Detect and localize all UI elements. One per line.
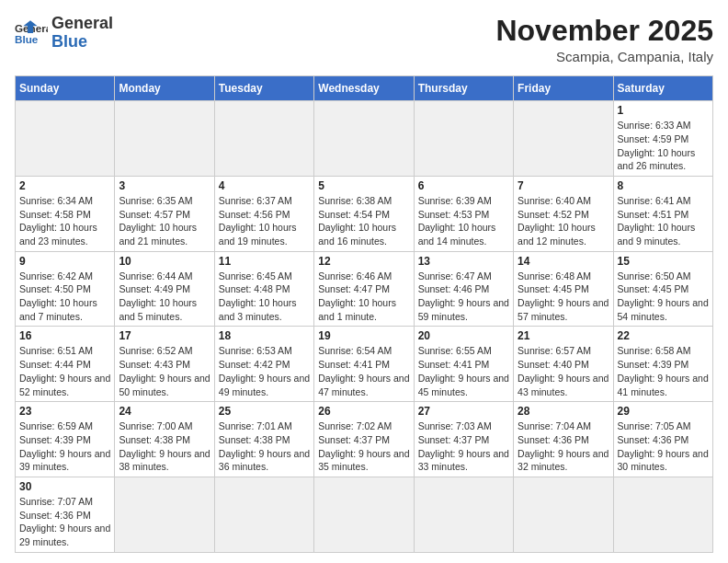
calendar-cell [115, 101, 214, 177]
calendar-week-row: 23Sunrise: 6:59 AMSunset: 4:39 PMDayligh… [16, 402, 713, 477]
calendar-week-row: 30Sunrise: 7:07 AMSunset: 4:36 PMDayligh… [16, 477, 713, 552]
svg-text:Blue: Blue [15, 33, 39, 45]
day-info: Sunrise: 7:01 AMSunset: 4:38 PMDaylight:… [219, 419, 310, 474]
calendar-cell: 6Sunrise: 6:39 AMSunset: 4:53 PMDaylight… [414, 176, 513, 251]
day-info: Sunrise: 6:34 AMSunset: 4:58 PMDaylight:… [19, 194, 110, 248]
calendar-cell [514, 101, 613, 177]
calendar-cell: 18Sunrise: 6:53 AMSunset: 4:42 PMDayligh… [214, 327, 313, 402]
day-number: 30 [19, 480, 110, 493]
calendar-cell [214, 101, 313, 177]
day-info: Sunrise: 7:05 AMSunset: 4:36 PMDaylight:… [618, 419, 709, 474]
calendar-cell: 26Sunrise: 7:02 AMSunset: 4:37 PMDayligh… [314, 402, 414, 477]
day-number: 24 [119, 405, 210, 418]
day-info: Sunrise: 6:59 AMSunset: 4:39 PMDaylight:… [19, 419, 110, 474]
day-info: Sunrise: 6:50 AMSunset: 4:45 PMDaylight:… [618, 270, 709, 324]
day-info: Sunrise: 6:35 AMSunset: 4:57 PMDaylight:… [119, 194, 210, 248]
calendar-week-row: 2Sunrise: 6:34 AMSunset: 4:58 PMDaylight… [16, 176, 713, 251]
calendar-cell: 24Sunrise: 7:00 AMSunset: 4:38 PMDayligh… [115, 402, 214, 477]
calendar-cell: 10Sunrise: 6:44 AMSunset: 4:49 PMDayligh… [115, 251, 214, 327]
calendar-cell [16, 101, 115, 177]
day-number: 12 [318, 255, 409, 268]
day-info: Sunrise: 6:41 AMSunset: 4:51 PMDaylight:… [618, 194, 709, 248]
calendar-cell: 4Sunrise: 6:37 AMSunset: 4:56 PMDaylight… [214, 176, 313, 251]
day-number: 11 [219, 255, 310, 268]
calendar-week-row: 16Sunrise: 6:51 AMSunset: 4:44 PMDayligh… [16, 327, 713, 402]
calendar-cell: 3Sunrise: 6:35 AMSunset: 4:57 PMDaylight… [115, 176, 214, 251]
month-title: November 2025 [495, 15, 713, 47]
weekday-header: Tuesday [214, 76, 313, 101]
day-number: 23 [19, 405, 110, 418]
calendar-cell: 27Sunrise: 7:03 AMSunset: 4:37 PMDayligh… [414, 402, 513, 477]
calendar-cell: 11Sunrise: 6:45 AMSunset: 4:48 PMDayligh… [214, 251, 313, 327]
calendar-week-row: 1Sunrise: 6:33 AMSunset: 4:59 PMDaylight… [16, 101, 713, 177]
calendar-cell: 15Sunrise: 6:50 AMSunset: 4:45 PMDayligh… [613, 251, 712, 327]
location-title: Scampia, Campania, Italy [495, 49, 713, 64]
calendar-cell: 16Sunrise: 6:51 AMSunset: 4:44 PMDayligh… [16, 327, 115, 402]
day-number: 26 [318, 405, 409, 418]
day-info: Sunrise: 6:54 AMSunset: 4:41 PMDaylight:… [318, 344, 409, 398]
day-number: 25 [219, 405, 310, 418]
day-info: Sunrise: 6:51 AMSunset: 4:44 PMDaylight:… [19, 344, 110, 398]
calendar-cell: 25Sunrise: 7:01 AMSunset: 4:38 PMDayligh… [214, 402, 313, 477]
day-number: 3 [119, 179, 210, 192]
calendar-cell [414, 101, 513, 177]
day-info: Sunrise: 6:46 AMSunset: 4:47 PMDaylight:… [318, 270, 409, 324]
day-info: Sunrise: 6:48 AMSunset: 4:45 PMDaylight:… [518, 270, 609, 324]
day-number: 22 [618, 329, 709, 342]
title-section: November 2025 Scampia, Campania, Italy [495, 15, 713, 64]
calendar-cell: 8Sunrise: 6:41 AMSunset: 4:51 PMDaylight… [613, 176, 712, 251]
day-info: Sunrise: 7:02 AMSunset: 4:37 PMDaylight:… [318, 419, 409, 474]
calendar-table: SundayMondayTuesdayWednesdayThursdayFrid… [15, 75, 713, 553]
day-number: 18 [219, 329, 310, 342]
day-info: Sunrise: 7:00 AMSunset: 4:38 PMDaylight:… [119, 419, 210, 474]
weekday-header: Sunday [16, 76, 115, 101]
weekday-header: Monday [115, 76, 214, 101]
weekday-header: Wednesday [314, 76, 414, 101]
calendar-cell: 17Sunrise: 6:52 AMSunset: 4:43 PMDayligh… [115, 327, 214, 402]
calendar-cell: 20Sunrise: 6:55 AMSunset: 4:41 PMDayligh… [414, 327, 513, 402]
calendar-cell: 1Sunrise: 6:33 AMSunset: 4:59 PMDaylight… [613, 101, 712, 177]
calendar-cell [214, 477, 313, 552]
day-info: Sunrise: 6:45 AMSunset: 4:48 PMDaylight:… [219, 270, 310, 324]
day-info: Sunrise: 6:37 AMSunset: 4:56 PMDaylight:… [219, 194, 310, 248]
calendar-cell: 14Sunrise: 6:48 AMSunset: 4:45 PMDayligh… [514, 251, 613, 327]
day-info: Sunrise: 6:33 AMSunset: 4:59 PMDaylight:… [618, 119, 709, 173]
day-info: Sunrise: 6:55 AMSunset: 4:41 PMDaylight:… [418, 344, 509, 398]
day-info: Sunrise: 6:57 AMSunset: 4:40 PMDaylight:… [518, 344, 609, 398]
day-number: 9 [19, 255, 110, 268]
calendar-cell [314, 101, 414, 177]
day-number: 7 [518, 179, 609, 192]
day-number: 15 [618, 255, 709, 268]
weekday-header: Saturday [613, 76, 712, 101]
calendar-cell [314, 477, 414, 552]
weekday-header: Thursday [414, 76, 513, 101]
calendar-cell: 23Sunrise: 6:59 AMSunset: 4:39 PMDayligh… [16, 402, 115, 477]
day-number: 27 [418, 405, 509, 418]
day-number: 2 [19, 179, 110, 192]
day-number: 5 [318, 179, 409, 192]
day-info: Sunrise: 6:38 AMSunset: 4:54 PMDaylight:… [318, 194, 409, 248]
day-number: 16 [19, 329, 110, 342]
day-info: Sunrise: 6:44 AMSunset: 4:49 PMDaylight:… [119, 270, 210, 324]
day-info: Sunrise: 6:42 AMSunset: 4:50 PMDaylight:… [19, 270, 110, 324]
day-info: Sunrise: 6:40 AMSunset: 4:52 PMDaylight:… [518, 194, 609, 248]
day-info: Sunrise: 6:39 AMSunset: 4:53 PMDaylight:… [418, 194, 509, 248]
day-number: 8 [618, 179, 709, 192]
day-info: Sunrise: 6:52 AMSunset: 4:43 PMDaylight:… [119, 344, 210, 398]
day-number: 6 [418, 179, 509, 192]
weekday-header-row: SundayMondayTuesdayWednesdayThursdayFrid… [16, 76, 713, 101]
calendar-cell: 7Sunrise: 6:40 AMSunset: 4:52 PMDaylight… [514, 176, 613, 251]
day-number: 4 [219, 179, 310, 192]
calendar-cell [115, 477, 214, 552]
day-info: Sunrise: 7:03 AMSunset: 4:37 PMDaylight:… [418, 419, 509, 474]
calendar-cell: 12Sunrise: 6:46 AMSunset: 4:47 PMDayligh… [314, 251, 414, 327]
day-info: Sunrise: 7:07 AMSunset: 4:36 PMDaylight:… [19, 495, 110, 549]
day-number: 14 [518, 255, 609, 268]
calendar-week-row: 9Sunrise: 6:42 AMSunset: 4:50 PMDaylight… [16, 251, 713, 327]
day-number: 10 [119, 255, 210, 268]
day-number: 19 [318, 329, 409, 342]
calendar-cell: 19Sunrise: 6:54 AMSunset: 4:41 PMDayligh… [314, 327, 414, 402]
day-number: 20 [418, 329, 509, 342]
day-info: Sunrise: 6:53 AMSunset: 4:42 PMDaylight:… [219, 344, 310, 398]
calendar-cell [514, 477, 613, 552]
